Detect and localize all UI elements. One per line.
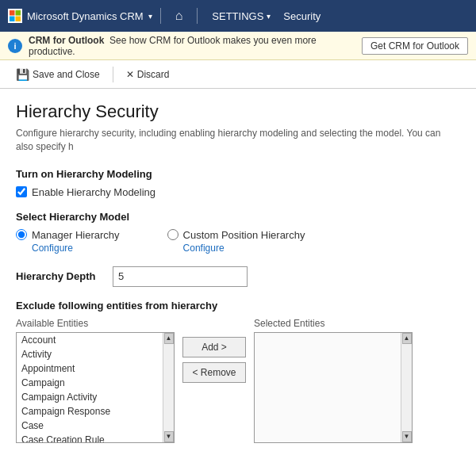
info-bar: i CRM for Outlook See how CRM for Outloo… bbox=[0, 32, 476, 60]
list-item[interactable]: Appointment bbox=[17, 361, 164, 376]
brand-name: Microsoft Dynamics CRM bbox=[27, 10, 144, 22]
custom-position-radio[interactable] bbox=[167, 229, 178, 240]
svg-rect-2 bbox=[10, 17, 15, 22]
turn-on-section: Turn on Hierarchy Modeling Enable Hierar… bbox=[16, 168, 460, 198]
add-button[interactable]: Add > bbox=[182, 337, 246, 357]
page-title: Hierarchy Security bbox=[16, 101, 460, 122]
brand-logo[interactable]: Microsoft Dynamics CRM ▾ bbox=[8, 9, 152, 23]
enable-hierarchy-row: Enable Hierarchy Modeling bbox=[16, 186, 460, 198]
entities-layout: Available Entities Account Activity Appo… bbox=[16, 318, 460, 443]
settings-menu[interactable]: SETTINGS ▾ bbox=[205, 10, 277, 22]
enable-hierarchy-label: Enable Hierarchy Modeling bbox=[32, 186, 155, 198]
save-close-label: Save and Close bbox=[33, 69, 100, 80]
selected-scrollbar[interactable]: ▲ ▼ bbox=[401, 333, 412, 442]
selected-scroll-up[interactable]: ▲ bbox=[402, 333, 412, 344]
list-item[interactable]: Case Creation Rule bbox=[17, 433, 164, 443]
scroll-down-arrow[interactable]: ▼ bbox=[164, 431, 174, 442]
list-item[interactable]: Campaign Activity bbox=[17, 390, 164, 404]
manager-configure-link[interactable]: Configure bbox=[32, 243, 120, 254]
hierarchy-model-section: Select Hierarchy Model Manager Hierarchy… bbox=[16, 211, 460, 254]
depth-label: Hierarchy Depth bbox=[16, 270, 103, 282]
toolbar: 💾 Save and Close ✕ Discard bbox=[0, 60, 476, 89]
custom-position-row: Custom Position Hierarchy bbox=[167, 229, 305, 241]
toolbar-separator bbox=[113, 67, 113, 82]
manager-hierarchy-option: Manager Hierarchy Configure bbox=[16, 229, 120, 254]
svg-rect-1 bbox=[16, 10, 21, 16]
hierarchy-depth-row: Hierarchy Depth bbox=[16, 266, 460, 287]
selected-entities-container: Selected Entities ▲ ▼ bbox=[254, 318, 413, 443]
svg-rect-3 bbox=[16, 17, 21, 22]
manager-hierarchy-row: Manager Hierarchy bbox=[16, 229, 120, 241]
brand-chevron: ▾ bbox=[148, 12, 152, 21]
custom-position-label: Custom Position Hierarchy bbox=[183, 229, 305, 241]
get-crm-outlook-button[interactable]: Get CRM for Outlook bbox=[362, 37, 468, 55]
custom-position-option: Custom Position Hierarchy Configure bbox=[167, 229, 305, 254]
hierarchy-model-title: Select Hierarchy Model bbox=[16, 211, 460, 223]
entity-action-buttons: Add > < Remove bbox=[182, 318, 246, 383]
settings-chevron: ▾ bbox=[267, 12, 271, 21]
selected-scroll-down[interactable]: ▼ bbox=[402, 431, 412, 442]
nav-sep-1 bbox=[160, 8, 161, 24]
selected-entities-label: Selected Entities bbox=[254, 318, 413, 329]
save-icon: 💾 bbox=[16, 68, 29, 81]
security-nav-label: Security bbox=[277, 10, 327, 22]
list-item[interactable]: Case bbox=[17, 419, 164, 433]
home-button[interactable]: ⌂ bbox=[169, 9, 190, 23]
available-entities-container: Available Entities Account Activity Appo… bbox=[16, 318, 175, 443]
top-navigation: Microsoft Dynamics CRM ▾ ⌂ SETTINGS ▾ Se… bbox=[0, 0, 476, 32]
nav-sep-2 bbox=[197, 8, 198, 24]
remove-button[interactable]: < Remove bbox=[182, 362, 246, 383]
discard-icon: ✕ bbox=[126, 69, 134, 80]
page-description: Configure hierarchy security, including … bbox=[16, 127, 460, 154]
custom-configure-link[interactable]: Configure bbox=[183, 243, 305, 254]
enable-hierarchy-checkbox[interactable] bbox=[16, 186, 27, 197]
turn-on-title: Turn on Hierarchy Modeling bbox=[16, 168, 460, 180]
save-close-button[interactable]: 💾 Save and Close bbox=[8, 65, 108, 84]
entities-section: Exclude following entities from hierarch… bbox=[16, 300, 460, 443]
radio-group: Manager Hierarchy Configure Custom Posit… bbox=[16, 229, 460, 254]
list-item[interactable]: Campaign Response bbox=[17, 404, 164, 419]
discard-button[interactable]: ✕ Discard bbox=[118, 66, 178, 83]
info-icon: i bbox=[8, 39, 22, 53]
main-content: Hierarchy Security Configure hierarchy s… bbox=[0, 89, 476, 474]
info-label: CRM for Outlook See how CRM for Outlook … bbox=[29, 35, 355, 57]
scroll-up-arrow[interactable]: ▲ bbox=[164, 333, 174, 344]
depth-input[interactable] bbox=[113, 266, 248, 287]
list-item[interactable]: Account bbox=[17, 333, 164, 347]
selected-entities-listbox[interactable]: ▲ ▼ bbox=[254, 332, 413, 443]
entities-section-title: Exclude following entities from hierarch… bbox=[16, 300, 460, 312]
settings-label: SETTINGS bbox=[212, 10, 263, 22]
manager-hierarchy-radio[interactable] bbox=[16, 229, 27, 240]
info-product-name: CRM for Outlook bbox=[29, 35, 104, 46]
available-entities-label: Available Entities bbox=[16, 318, 175, 329]
manager-hierarchy-label: Manager Hierarchy bbox=[32, 229, 120, 241]
list-item[interactable]: Activity bbox=[17, 347, 164, 361]
discard-label: Discard bbox=[137, 69, 170, 80]
list-item[interactable]: Campaign bbox=[17, 376, 164, 390]
svg-rect-0 bbox=[10, 10, 15, 16]
ms-logo bbox=[8, 9, 22, 23]
available-scrollbar[interactable]: ▲ ▼ bbox=[163, 333, 174, 442]
available-listbox-wrapper: Account Activity Appointment Campaign Ca… bbox=[16, 332, 175, 443]
available-entities-listbox[interactable]: Account Activity Appointment Campaign Ca… bbox=[16, 332, 175, 443]
selected-listbox-wrapper: ▲ ▼ bbox=[254, 332, 413, 443]
